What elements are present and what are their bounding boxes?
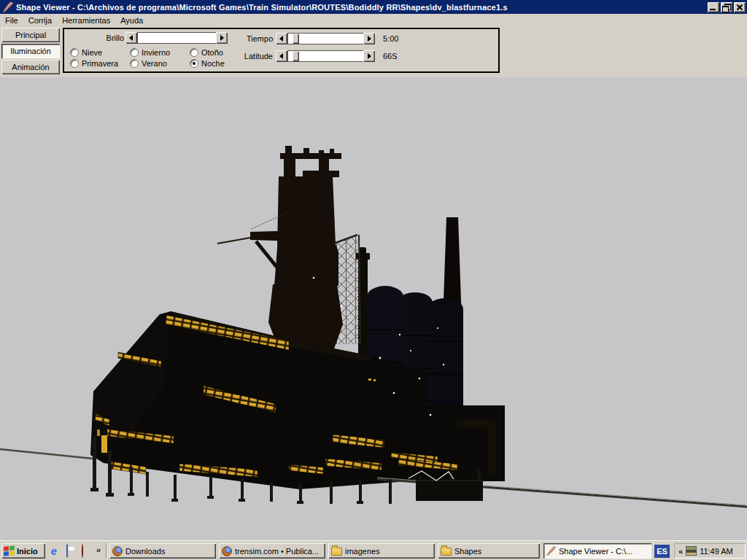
tiempo-slider [276, 33, 375, 44]
tiempo-arrow-left-icon[interactable] [276, 33, 287, 44]
radio-noche-label[interactable]: Noche [201, 59, 225, 68]
title-bar: Shape Viewer - C:\Archivos de programa\M… [0, 0, 747, 14]
brillo-slider [125, 32, 228, 44]
firefox-icon [112, 546, 123, 556]
taskbar-divider [106, 544, 107, 558]
menu-file[interactable]: File [0, 15, 23, 26]
task-trensim[interactable]: trensim.com • Publica... [219, 543, 325, 559]
lighting-groupbox: Brillo Tiempo 5:00 Latitude 66S [63, 28, 500, 73]
restore-icon[interactable] [721, 2, 732, 12]
menu-bar: File Corrija Herramientas Ayuda [0, 14, 747, 26]
tab-iluminacion[interactable]: Iluminación [1, 44, 60, 58]
tiempo-track[interactable] [287, 33, 363, 44]
radio-invierno-label[interactable]: Invierno [142, 48, 170, 57]
task-shape-viewer[interactable]: Shape Viewer - C:\... [543, 543, 651, 559]
internet-explorer-icon[interactable]: e [51, 545, 63, 556]
task-trensim-label: trensim.com • Publica... [235, 547, 319, 556]
shape-viewer-window: Shape Viewer - C:\Archivos de programa\M… [0, 0, 747, 560]
tray-utility-icon[interactable] [686, 546, 697, 556]
radio-nieve-label[interactable]: Nieve [82, 48, 102, 57]
browser-ball-icon[interactable] [82, 545, 93, 556]
start-button[interactable]: Inicio [1, 543, 45, 559]
radio-primavera-label[interactable]: Primavera [82, 59, 118, 68]
latitude-thumb[interactable] [293, 51, 299, 61]
task-shapes[interactable]: Shapes [438, 543, 540, 559]
mail-client-icon[interactable] [66, 545, 78, 556]
radio-otono-label[interactable]: Otoño [201, 48, 223, 57]
close-icon[interactable] [734, 2, 746, 12]
tab-principal[interactable]: Principal [1, 28, 60, 42]
firefox-icon [222, 546, 232, 556]
tray-collapse-chevron[interactable]: « [678, 547, 683, 556]
minimize-icon[interactable] [708, 2, 719, 12]
folder-icon [331, 548, 342, 556]
latitude-value: 66S [383, 52, 398, 61]
track [0, 449, 93, 459]
radio-noche[interactable] [190, 59, 198, 68]
latitude-track[interactable] [287, 50, 363, 62]
radio-nieve[interactable] [70, 48, 79, 57]
radio-otono[interactable] [190, 48, 198, 57]
furnace-tower [217, 146, 343, 349]
tiempo-thumb[interactable] [293, 34, 299, 44]
latitude-slider [276, 50, 375, 62]
tiempo-arrow-right-icon[interactable] [363, 33, 375, 44]
latitude-arrow-left-icon[interactable] [276, 50, 287, 62]
task-downloads[interactable]: Downloads [109, 543, 216, 559]
latitude-label: Latitude [241, 52, 273, 61]
start-label: Inicio [17, 547, 38, 556]
taskbar-clock: 11:49 AM [700, 547, 733, 556]
task-imagenes[interactable]: imagenes [328, 543, 435, 559]
tiempo-label: Tiempo [247, 34, 273, 43]
language-indicator[interactable]: ES [654, 545, 670, 558]
model-viewport[interactable] [0, 77, 747, 540]
task-downloads-label: Downloads [125, 547, 165, 556]
taskbar: Inicio e » Downloads trensim.com • Publi… [0, 540, 747, 560]
radio-verano[interactable] [130, 59, 139, 68]
radio-verano-label[interactable]: Verano [142, 59, 167, 68]
brillo-arrow-left-icon[interactable] [125, 32, 137, 44]
blast-furnace-scene [0, 77, 747, 540]
window-title: Shape Viewer - C:\Archivos de programa\M… [16, 3, 706, 12]
menu-corrija[interactable]: Corrija [23, 15, 57, 26]
tab-animacion[interactable]: Animación [1, 60, 60, 74]
brillo-arrow-right-icon[interactable] [216, 32, 228, 44]
task-imagenes-label: imagenes [345, 547, 380, 556]
menu-herramientas[interactable]: Herramientas [57, 15, 115, 26]
menu-ayuda[interactable]: Ayuda [115, 15, 148, 26]
system-tray: « 11:49 AM [674, 543, 746, 559]
shape-viewer-icon [3, 2, 13, 12]
brillo-label: Brillo [107, 34, 124, 42]
control-panel: Principal Iluminación Animación Brillo T… [0, 26, 747, 77]
task-shape-viewer-label: Shape Viewer - C:\... [559, 547, 632, 556]
quick-launch-overflow-chevron[interactable]: » [96, 545, 101, 554]
shape-viewer-icon [546, 546, 556, 556]
radio-primavera[interactable] [70, 59, 79, 68]
tiempo-value: 5:00 [383, 34, 398, 43]
windows-flag-icon [4, 545, 15, 556]
folder-icon [441, 548, 452, 556]
latitude-arrow-right-icon[interactable] [363, 50, 375, 62]
brillo-track[interactable] [137, 32, 216, 44]
radio-invierno[interactable] [130, 48, 139, 57]
task-shapes-label: Shapes [454, 547, 481, 556]
